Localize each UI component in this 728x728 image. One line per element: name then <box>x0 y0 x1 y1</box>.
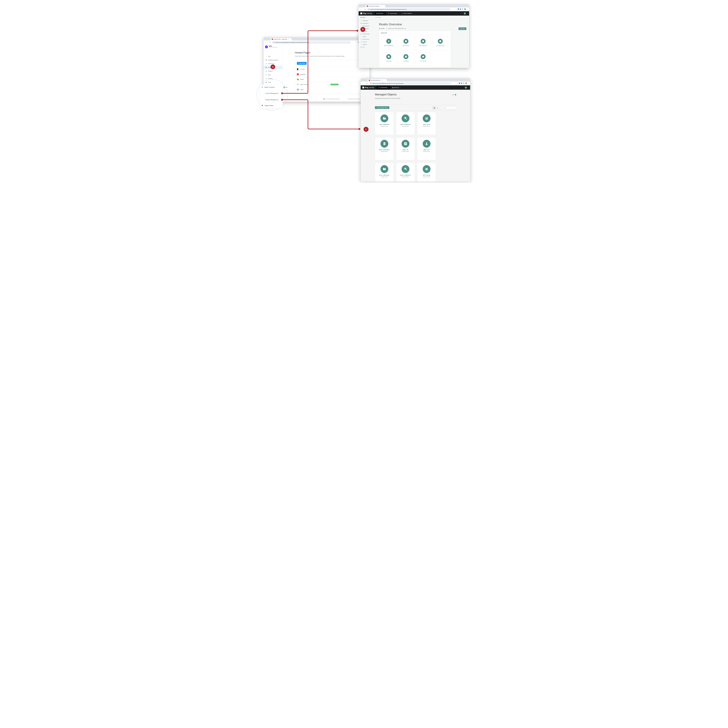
card-menu-icon[interactable]: ⋮ <box>391 164 393 165</box>
chrome-customize-chevron[interactable]: ⌄ <box>468 79 469 81</box>
managed-object-name[interactable]: Bravo_application <box>375 174 393 176</box>
managed-object-name[interactable]: Bravo_assignment <box>396 174 414 176</box>
filter-input[interactable]: Filter... <box>441 106 456 109</box>
properties-button[interactable]: Properties <box>459 28 466 30</box>
managed-object-name[interactable]: Alpha_assignment <box>396 124 414 125</box>
bookmark-star-icon[interactable]: ☆ <box>457 83 458 84</box>
back-icon[interactable]: ← <box>362 83 363 84</box>
list-view-button[interactable] <box>436 106 439 109</box>
grid-view-button[interactable] <box>433 106 436 109</box>
chrome-menu-icon[interactable]: ⋮ <box>467 8 468 10</box>
managed-object-card[interactable]: ⋮ Bravo_group Managed Object <box>417 163 436 182</box>
managed-object-card[interactable]: ⋮ Alpha_application Managed Object <box>375 112 394 135</box>
tab-close-icon[interactable]: × <box>382 80 382 81</box>
sidebar-item[interactable]: Identity Stores <box>359 33 376 35</box>
card-menu-icon[interactable]: ⋮ <box>433 113 435 114</box>
extension-s-icon[interactable]: S <box>459 83 460 84</box>
chrome-profile-avatar[interactable]: P <box>465 83 467 84</box>
address-bar[interactable]: openam-docs-rapid.forgeblocks.com/am/ui-… <box>367 8 451 11</box>
extensions-puzzle-icon[interactable] <box>463 83 465 84</box>
managed-object-card[interactable]: ⋮ Alpha_group Managed Object <box>417 112 436 135</box>
new-tab-button[interactable]: + <box>385 5 386 6</box>
sidebar-item[interactable]: Event <box>263 73 283 77</box>
address-bar[interactable]: openam-docs-rapid.forgeblocks.com/admin/… <box>369 82 451 85</box>
new-theme-button[interactable]: + New Theme <box>297 62 307 65</box>
managed-object-name[interactable]: Alpha_role <box>396 149 414 150</box>
back-icon[interactable]: ← <box>265 42 266 43</box>
browser-tab[interactable]: P Ping Identity | Ping AM × <box>366 5 386 8</box>
realm-switcher[interactable]: A alpha openam-docs-rapid-... ⌄ <box>265 46 278 48</box>
bookmark-star-icon[interactable]: ☆ <box>456 8 457 10</box>
nav-configure[interactable]: CONFIGURE▾ <box>376 85 390 90</box>
address-bar[interactable]: openam-docs-rapid.forgeblocks.com/platfo… <box>272 41 351 44</box>
managed-object-name[interactable]: Alpha_group <box>418 124 436 125</box>
user-avatar[interactable] <box>464 12 466 15</box>
managed-object-card[interactable]: ⋮ Alpha_organization Managed Object <box>375 137 394 160</box>
extension-m-icon[interactable]: m <box>460 8 461 10</box>
realm-domain[interactable]: openam-docs-rapid-alpha.philpot.xyz <box>388 28 406 29</box>
nav-deployment[interactable]: DEPLOYMENT▾ <box>400 11 415 15</box>
browser-tab[interactable]: P Platform Admin - Hosted Pag × <box>271 38 292 40</box>
help-icon[interactable]: ? <box>460 13 461 14</box>
toggle-sidebar-item[interactable]: Toggle sidebar <box>262 105 274 106</box>
managed-object-card[interactable]: ⋮ Alpha_role Managed Object <box>396 137 415 160</box>
managed-object-name[interactable]: Alpha_application <box>375 124 393 125</box>
tab-close-icon[interactable]: × <box>288 38 289 40</box>
managed-object-name[interactable]: Alpha_organization <box>375 149 393 150</box>
chrome-profile-avatar[interactable]: P <box>464 8 466 10</box>
quick-start-tile[interactable]: IG Protected Apps <box>433 37 448 50</box>
chrome-menu-icon[interactable]: ⋮ <box>468 83 469 84</box>
theme-row[interactable]: Robroy <box>295 77 369 82</box>
forward-icon[interactable]: → <box>362 9 364 10</box>
card-menu-icon[interactable]: ⋮ <box>391 113 393 114</box>
bookmark-star-icon[interactable]: ☆ <box>356 41 357 43</box>
forward-icon[interactable]: → <box>267 42 269 43</box>
card-menu-icon[interactable]: ⋮ <box>412 113 414 114</box>
card-menu-icon[interactable]: ⋮ <box>412 164 414 165</box>
card-menu-icon[interactable]: ⋮ <box>433 138 435 140</box>
extension-m-icon[interactable]: m <box>461 83 462 84</box>
user-avatar[interactable] <box>465 87 467 89</box>
sidebar-item[interactable]: Services <box>359 41 376 43</box>
site-info-icon[interactable] <box>369 9 369 10</box>
reload-icon[interactable]: ↻ <box>367 83 368 84</box>
managed-object-card[interactable]: ⋮ Alpha_user Managed Object <box>417 137 436 160</box>
sidebar-item[interactable]: Identities ⌄ <box>263 69 283 73</box>
window-controls[interactable] <box>360 5 365 6</box>
native-consoles-header[interactable]: Native Consoles ⌃ <box>262 86 274 88</box>
current-realm[interactable]: alpha <box>360 17 365 18</box>
chrome-customize-chevron[interactable]: ⌄ <box>466 5 468 6</box>
sidebar-item[interactable]: Authentication <box>359 24 376 27</box>
menu-item-access-management[interactable]: Access Management <box>265 92 278 94</box>
card-menu-icon[interactable]: ⋮ <box>433 164 435 165</box>
sidebar-item[interactable]: Gateways & Agents <box>263 58 283 62</box>
quick-start-tile[interactable]: STS Instances <box>415 52 431 66</box>
new-tab-button[interactable]: + <box>292 38 292 40</box>
nav-manage[interactable]: MANAGE▾ <box>390 85 402 90</box>
ping-identity-logo[interactable]: PingIdentity. <box>359 12 374 14</box>
forward-icon[interactable]: → <box>364 83 366 84</box>
quick-start-tile[interactable]: Service Management <box>381 37 396 50</box>
managed-object-card[interactable]: ⋮ Bravo_application Managed Object <box>375 163 394 182</box>
quick-start-tile[interactable]: OAuth2 Clients <box>398 37 414 50</box>
quick-start-tile[interactable]: Java Agents <box>381 52 396 66</box>
sidebar-item[interactable]: Secret Stores <box>359 38 376 40</box>
nav-configure[interactable]: CONFIGURE▾ <box>386 11 400 15</box>
card-menu-icon[interactable]: ⋮ <box>412 138 414 140</box>
theme-row[interactable]: S Highlander ⋯ <box>295 72 369 77</box>
site-info-icon[interactable] <box>370 83 372 84</box>
nav-realms[interactable]: REALMS▾ <box>374 11 386 15</box>
site-info-icon[interactable] <box>273 42 274 43</box>
quick-start-tile[interactable]: Web Agents <box>398 52 414 66</box>
managed-object-name[interactable]: Bravo_group <box>418 174 436 176</box>
reload-icon[interactable]: ↻ <box>269 42 271 43</box>
extension-s-icon[interactable]: S <box>458 8 459 10</box>
theme-row[interactable]: Contrast <box>295 67 369 72</box>
sidebar-item[interactable]: STS <box>359 46 376 49</box>
ping-identity-logo[interactable]: PingIdentity. <box>361 87 376 89</box>
help-link[interactable]: Help? <box>452 94 456 95</box>
menu-item-identity-management[interactable]: Identity Management <box>265 99 278 101</box>
row-menu-icon[interactable]: ⋯ <box>364 73 365 75</box>
quick-start-tile[interactable]: SAML Applications <box>415 37 431 50</box>
new-tab-button[interactable]: + <box>387 79 387 81</box>
